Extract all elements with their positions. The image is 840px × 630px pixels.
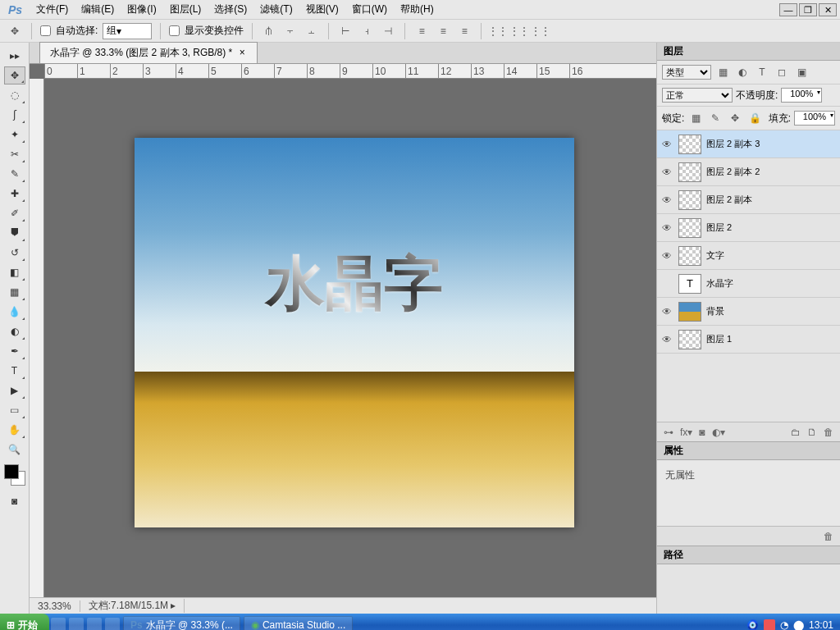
doc-size[interactable]: 文档:7.18M/15.1M ▸ (80, 599, 185, 613)
lock-move-icon[interactable]: ✥ (727, 110, 743, 126)
lock-pixels-icon[interactable]: ▦ (687, 110, 704, 126)
layer-row[interactable]: 👁图层 2 (657, 214, 840, 242)
link-layers-icon[interactable]: ⊶ (664, 427, 673, 438)
type-tool[interactable]: T (4, 362, 25, 380)
tray-icon-3[interactable]: ◔ (780, 619, 788, 630)
visibility-toggle[interactable]: 👁 (660, 138, 673, 151)
tray-icon-4[interactable]: ⬤ (793, 619, 804, 630)
start-button[interactable]: ⊞ 开始 (0, 614, 49, 630)
quicklaunch-2[interactable] (69, 618, 84, 630)
document-tab[interactable]: 水晶字 @ 33.3% (图层 2 副本 3, RGB/8) * × (39, 42, 258, 63)
new-group-icon[interactable]: 🗀 (791, 427, 801, 438)
distribute-6-icon[interactable]: ⋮⋮ (532, 23, 549, 39)
layer-thumbnail[interactable] (678, 162, 701, 182)
filter-adjust-icon[interactable]: ◐ (734, 64, 751, 80)
history-brush-tool[interactable]: ↺ (4, 244, 25, 262)
layer-row[interactable]: T水晶字 (657, 270, 840, 298)
filter-pixel-icon[interactable]: ▦ (714, 64, 731, 80)
align-right-icon[interactable]: ⊣ (380, 23, 396, 39)
distribute-2-icon[interactable]: ≡ (435, 23, 451, 39)
visibility-toggle[interactable]: 👁 (660, 194, 673, 207)
crop-tool[interactable]: ✂ (4, 145, 25, 163)
opacity-value[interactable]: 100% (781, 88, 822, 103)
layer-mask-icon[interactable]: ◙ (699, 427, 705, 438)
layer-filter-type[interactable]: 类型 (662, 65, 711, 80)
tab-close-icon[interactable]: × (237, 48, 247, 58)
close-button[interactable]: ✕ (819, 3, 837, 16)
tray-icon-2[interactable] (764, 619, 775, 630)
stamp-tool[interactable]: ⛊ (4, 224, 25, 242)
minimize-button[interactable]: — (779, 3, 797, 16)
menu-help[interactable]: 帮助(H) (394, 1, 441, 18)
brush-tool[interactable]: ✐ (4, 204, 25, 222)
quicklaunch-1[interactable] (51, 618, 66, 630)
path-select-tool[interactable]: ▶ (4, 381, 25, 399)
props-delete-icon[interactable]: 🗑 (824, 531, 833, 542)
new-layer-icon[interactable]: 🗋 (807, 427, 817, 438)
zoom-level[interactable]: 33.33% (30, 600, 80, 612)
fill-value[interactable]: 100% (794, 111, 835, 126)
layer-row[interactable]: 👁背景 (657, 298, 840, 326)
visibility-toggle[interactable]: 👁 (660, 249, 673, 262)
menu-image[interactable]: 图像(I) (121, 1, 162, 18)
layer-thumbnail[interactable] (678, 302, 701, 322)
adjustment-layer-icon[interactable]: ◐▾ (712, 427, 725, 438)
align-hcenter-icon[interactable]: ⫞ (358, 23, 375, 39)
tray-icon-1[interactable]: 🧿 (746, 619, 759, 630)
wand-tool[interactable]: ✦ (4, 126, 25, 144)
layer-row[interactable]: 👁图层 2 副本 (657, 186, 840, 214)
foreground-color[interactable] (4, 464, 19, 479)
properties-panel-tab[interactable]: 属性 (657, 442, 840, 460)
menu-layer[interactable]: 图层(L) (163, 1, 208, 18)
filter-type-icon[interactable]: T (754, 64, 770, 80)
shape-tool[interactable]: ▭ (4, 401, 25, 419)
move-tool[interactable]: ✥ (4, 66, 25, 84)
layer-row[interactable]: 👁文字 (657, 242, 840, 270)
marquee-tool[interactable]: ◌ (4, 86, 25, 104)
blur-tool[interactable]: 💧 (4, 303, 25, 321)
layer-thumbnail[interactable] (678, 246, 701, 266)
quickmask-toggle[interactable]: ◙ (4, 492, 25, 510)
distribute-3-icon[interactable]: ≡ (456, 23, 472, 39)
heal-tool[interactable]: ✚ (4, 185, 25, 203)
distribute-1-icon[interactable]: ≡ (413, 23, 430, 39)
taskbar-item-photoshop[interactable]: Ps 水晶字 @ 33.3% (... (123, 616, 240, 630)
visibility-toggle[interactable]: 👁 (660, 305, 673, 318)
eraser-tool[interactable]: ◧ (4, 263, 25, 281)
lock-position-icon[interactable]: ✎ (707, 110, 724, 126)
zoom-tool[interactable]: 🔍 (4, 441, 25, 459)
align-top-icon[interactable]: ⫛ (261, 23, 277, 39)
auto-select-target[interactable]: 组 ▾ (103, 23, 152, 39)
layer-thumbnail[interactable] (678, 190, 701, 210)
distribute-4-icon[interactable]: ⋮⋮ (490, 23, 506, 39)
restore-button[interactable]: ❐ (799, 3, 817, 16)
layer-thumbnail[interactable] (678, 218, 701, 238)
paths-panel-tab[interactable]: 路径 (657, 546, 840, 564)
filter-shape-icon[interactable]: ◻ (774, 64, 790, 80)
quicklaunch-3[interactable] (87, 618, 102, 630)
menu-edit[interactable]: 编辑(E) (75, 1, 121, 18)
delete-layer-icon[interactable]: 🗑 (824, 427, 833, 438)
gradient-tool[interactable]: ▦ (4, 283, 25, 301)
show-transform-checkbox[interactable] (169, 25, 180, 36)
align-left-icon[interactable]: ⊢ (337, 23, 354, 39)
collapse-tools-icon[interactable]: ▸▸ (4, 47, 25, 65)
tray-clock[interactable]: 13:01 (809, 619, 833, 630)
dodge-tool[interactable]: ◐ (4, 322, 25, 340)
lock-all-icon[interactable]: 🔒 (746, 110, 763, 126)
visibility-toggle[interactable] (660, 277, 673, 290)
layer-row[interactable]: 👁图层 2 副本 3 (657, 130, 840, 158)
canvas-viewport[interactable]: 012345678910111213141516 水晶字 (30, 64, 656, 597)
color-swatches[interactable] (4, 464, 25, 486)
menu-file[interactable]: 文件(F) (30, 1, 75, 18)
taskbar-item-camtasia[interactable]: ◉ Camtasia Studio ... (244, 616, 353, 630)
align-bottom-icon[interactable]: ⫠ (304, 23, 320, 39)
layer-row[interactable]: 👁图层 1 (657, 326, 840, 354)
lasso-tool[interactable]: ʃ (4, 106, 25, 124)
menu-window[interactable]: 窗口(W) (345, 1, 394, 18)
visibility-toggle[interactable]: 👁 (660, 166, 673, 179)
visibility-toggle[interactable]: 👁 (660, 333, 673, 346)
layer-thumbnail[interactable] (678, 135, 701, 154)
layer-thumbnail[interactable] (678, 330, 701, 349)
layer-list[interactable]: 👁图层 2 副本 3👁图层 2 副本 2👁图层 2 副本👁图层 2👁文字T水晶字… (657, 130, 840, 422)
